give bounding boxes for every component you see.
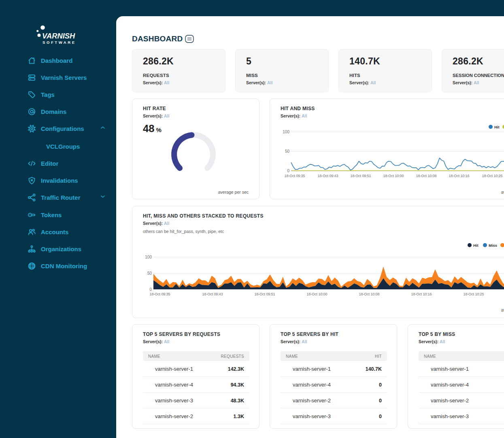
svg-text:SOFTWARE: SOFTWARE bbox=[43, 40, 76, 45]
svg-text:VARNISH: VARNISH bbox=[42, 32, 75, 40]
